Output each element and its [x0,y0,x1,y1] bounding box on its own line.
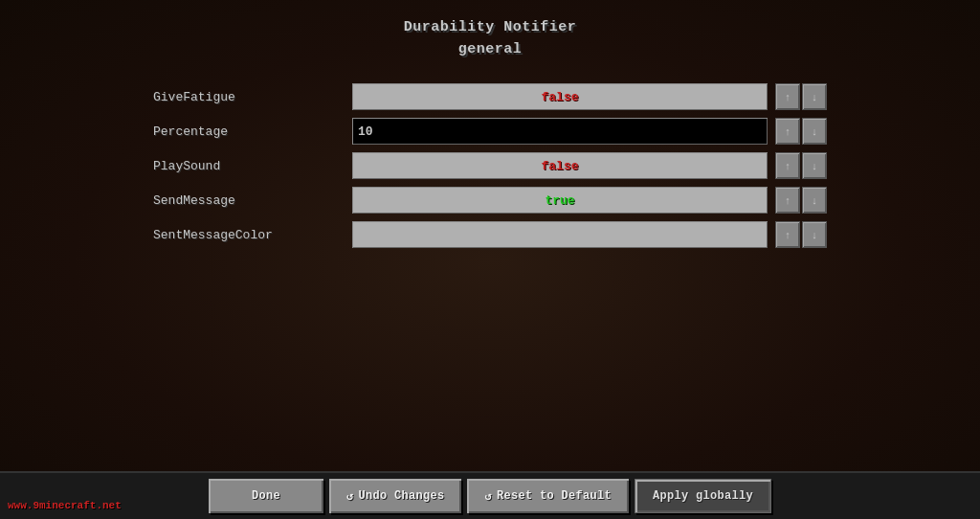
setting-label-playsound: PlaySound [153,159,345,173]
reset-icon: ↺ [484,489,492,504]
setting-value-playsound[interactable]: false [352,152,768,179]
setting-row-givefatigue: GiveFatigue false ↑ ↓ [153,79,827,114]
setting-prev-sendmessage[interactable]: ↑ [775,187,800,214]
setting-label-sendmessage: SendMessage [153,193,345,208]
value-empty-sentmessagecolor [556,228,564,242]
setting-value-sentmessagecolor[interactable] [352,221,768,248]
setting-label-sentmessagecolor: SentMessageColor [153,228,345,242]
done-button[interactable]: Done [209,479,323,513]
setting-row-sendmessage: SendMessage true ↑ ↓ [153,183,827,217]
setting-btns-percentage: ↑ ↓ [775,118,827,145]
setting-next-sentmessagecolor[interactable]: ↓ [802,221,827,248]
setting-next-percentage[interactable]: ↓ [802,118,827,145]
setting-prev-givefatigue[interactable]: ↑ [775,83,800,110]
setting-prev-percentage[interactable]: ↑ [775,118,800,145]
watermark-text: www.9minecraft.net [8,500,122,511]
setting-next-givefatigue[interactable]: ↓ [802,83,827,110]
page-subtitle: general [0,39,980,61]
page-title: Durability Notifier [0,17,980,39]
reset-label: Reset to Default [497,489,612,503]
setting-label-givefatigue: GiveFatigue [153,90,345,104]
setting-btns-playsound: ↑ ↓ [775,152,827,179]
watermark: www.9minecraft.net [8,500,122,511]
setting-label-percentage: Percentage [153,124,345,139]
undo-icon: ↺ [346,489,354,504]
value-true-sendmessage: true [545,193,574,208]
setting-prev-playsound[interactable]: ↑ [775,152,800,179]
setting-btns-givefatigue: ↑ ↓ [775,83,827,110]
value-percentage: 10 [358,124,373,139]
setting-row-sentmessagecolor: SentMessageColor ↑ ↓ [153,217,827,252]
setting-value-givefatigue[interactable]: false [352,83,768,110]
done-label: Done [252,489,280,503]
reset-button[interactable]: ↺ Reset to Default [467,479,629,513]
footer: Done ↺ Undo Changes ↺ Reset to Default A… [0,471,980,519]
value-false-playsound: false [541,159,578,173]
setting-btns-sentmessagecolor: ↑ ↓ [775,221,827,248]
setting-value-sendmessage[interactable]: true [352,187,768,214]
page-header: Durability Notifier general [0,0,980,70]
apply-label: Apply globally [653,489,753,503]
setting-row-playsound: PlaySound false ↑ ↓ [153,148,827,183]
setting-next-sendmessage[interactable]: ↓ [802,187,827,214]
setting-prev-sentmessagecolor[interactable]: ↑ [775,221,800,248]
value-false-givefatigue: false [541,90,578,104]
undo-button[interactable]: ↺ Undo Changes [329,479,462,513]
apply-globally-button[interactable]: Apply globally [635,479,771,513]
setting-value-percentage[interactable]: 10 [352,118,768,145]
undo-label: Undo Changes [358,489,444,503]
setting-btns-sendmessage: ↑ ↓ [775,187,827,214]
setting-next-playsound[interactable]: ↓ [802,152,827,179]
settings-area: GiveFatigue false ↑ ↓ Percentage 10 ↑ ↓ … [0,70,980,471]
setting-row-percentage: Percentage 10 ↑ ↓ [153,114,827,148]
